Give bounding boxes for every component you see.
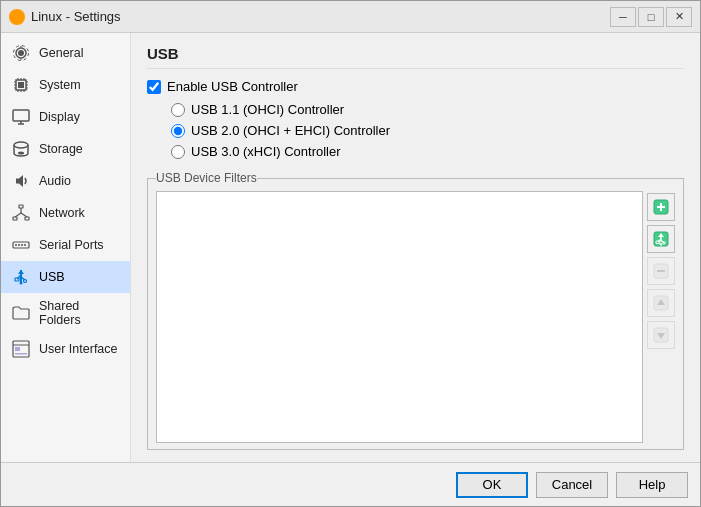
filters-section: USB Device Filters [147, 171, 684, 450]
svg-rect-42 [15, 347, 20, 351]
svg-line-27 [21, 213, 27, 217]
gear-icon [11, 43, 31, 63]
maximize-button[interactable]: □ [638, 7, 664, 27]
sidebar: General [1, 33, 131, 462]
usb11-radio[interactable] [171, 103, 185, 117]
minimize-button[interactable]: ─ [610, 7, 636, 27]
sidebar-item-storage[interactable]: Storage [1, 133, 130, 165]
disk-icon [11, 139, 31, 159]
help-button[interactable]: Help [616, 472, 688, 498]
serial-icon [11, 235, 31, 255]
svg-rect-22 [19, 205, 23, 208]
sidebar-item-usb[interactable]: USB [1, 261, 130, 293]
svg-point-31 [21, 244, 23, 246]
close-button[interactable]: ✕ [666, 7, 692, 27]
footer: OK Cancel Help [1, 462, 700, 506]
svg-point-29 [15, 244, 17, 246]
network-icon [11, 203, 31, 223]
section-title: USB [147, 45, 684, 69]
sidebar-label-display: Display [39, 110, 80, 124]
svg-point-30 [18, 244, 20, 246]
svg-rect-17 [13, 110, 29, 121]
folder-icon [11, 303, 31, 323]
usb20-label[interactable]: USB 2.0 (OHCI + EHCI) Controller [191, 123, 390, 138]
sidebar-item-network[interactable]: Network [1, 197, 130, 229]
add-filter-from-device-button[interactable] [647, 225, 675, 253]
sidebar-item-userinterface[interactable]: User Interface [1, 333, 130, 365]
usb11-row: USB 1.1 (OHCI) Controller [171, 102, 684, 117]
sidebar-label-system: System [39, 78, 81, 92]
remove-filter-button[interactable] [647, 257, 675, 285]
usb30-row: USB 3.0 (xHCI) Controller [171, 144, 684, 159]
filters-fieldset: USB Device Filters [147, 171, 684, 450]
title-bar: Linux - Settings ─ □ ✕ [1, 1, 700, 33]
audio-icon [11, 171, 31, 191]
add-filter-button[interactable] [647, 193, 675, 221]
svg-rect-24 [25, 217, 29, 220]
chip-icon [11, 75, 31, 95]
main-panel: USB Enable USB Controller USB 1.1 (OHCI)… [131, 33, 700, 462]
ui-icon [11, 339, 31, 359]
sidebar-item-system[interactable]: System [1, 69, 130, 101]
monitor-icon [11, 107, 31, 127]
settings-window: Linux - Settings ─ □ ✕ Gener [0, 0, 701, 507]
sidebar-label-usb: USB [39, 270, 65, 284]
svg-point-32 [24, 244, 26, 246]
window-icon [9, 9, 25, 25]
ok-button[interactable]: OK [456, 472, 528, 498]
main-content: General [1, 33, 700, 462]
window-title: Linux - Settings [31, 9, 610, 24]
sidebar-item-serialports[interactable]: Serial Ports [1, 229, 130, 261]
svg-rect-36 [15, 278, 19, 281]
filters-buttons [647, 191, 675, 443]
sidebar-item-general[interactable]: General [1, 37, 130, 69]
svg-marker-34 [18, 270, 24, 274]
move-down-button[interactable] [647, 321, 675, 349]
svg-point-20 [14, 142, 28, 148]
svg-point-38 [24, 280, 27, 283]
svg-rect-23 [13, 217, 17, 220]
svg-line-26 [15, 213, 21, 217]
sidebar-label-serialports: Serial Ports [39, 238, 104, 252]
sidebar-label-audio: Audio [39, 174, 71, 188]
svg-point-0 [18, 50, 24, 56]
sidebar-item-display[interactable]: Display [1, 101, 130, 133]
sidebar-label-network: Network [39, 206, 85, 220]
usb20-row: USB 2.0 (OHCI + EHCI) Controller [171, 123, 684, 138]
svg-rect-4 [18, 82, 24, 88]
enable-usb-row: Enable USB Controller [147, 79, 684, 94]
filters-area [156, 191, 675, 443]
svg-point-39 [20, 282, 23, 285]
sidebar-label-sharedfolders: Shared Folders [39, 299, 120, 327]
usb30-label[interactable]: USB 3.0 (xHCI) Controller [191, 144, 341, 159]
usb30-radio[interactable] [171, 145, 185, 159]
sidebar-label-storage: Storage [39, 142, 83, 156]
move-up-button[interactable] [647, 289, 675, 317]
sidebar-label-userinterface: User Interface [39, 342, 118, 356]
cancel-button[interactable]: Cancel [536, 472, 608, 498]
enable-usb-checkbox[interactable] [147, 80, 161, 94]
sidebar-label-general: General [39, 46, 83, 60]
svg-point-21 [18, 152, 24, 155]
usb-icon [11, 267, 31, 287]
svg-point-51 [660, 243, 662, 245]
svg-rect-43 [15, 353, 27, 355]
filters-list[interactable] [156, 191, 643, 443]
window-controls: ─ □ ✕ [610, 7, 692, 27]
enable-usb-label[interactable]: Enable USB Controller [167, 79, 298, 94]
filters-legend: USB Device Filters [156, 171, 257, 185]
sidebar-item-audio[interactable]: Audio [1, 165, 130, 197]
usb20-radio[interactable] [171, 124, 185, 138]
usb11-label[interactable]: USB 1.1 (OHCI) Controller [191, 102, 344, 117]
usb-version-group: USB 1.1 (OHCI) Controller USB 2.0 (OHCI … [171, 102, 684, 159]
sidebar-item-sharedfolders[interactable]: Shared Folders [1, 293, 130, 333]
